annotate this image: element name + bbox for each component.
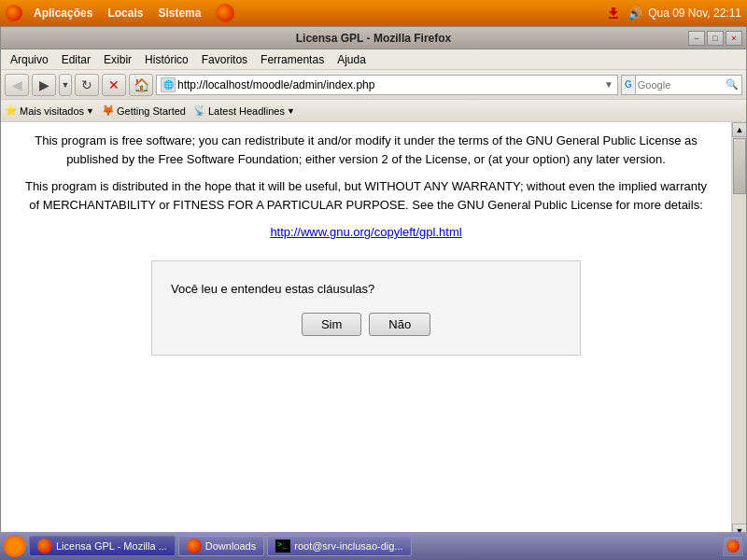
content-inner: This program is free software; you can r… bbox=[1, 122, 731, 384]
gpl-link[interactable]: http://www.gnu.org/copyleft/gpl.html bbox=[270, 225, 461, 239]
bookmark-star-icon: ⭐ bbox=[5, 105, 18, 117]
address-dropdown-button[interactable]: ▼ bbox=[604, 79, 613, 90]
places-menu[interactable]: Locais bbox=[104, 5, 147, 21]
os-topbar-right: 🔊 Qua 09 Nov, 22:11 bbox=[605, 5, 741, 21]
address-bar[interactable]: 🌐 http://localhost/moodle/admin/index.ph… bbox=[156, 75, 618, 95]
bookmark-getting-icon: 🦊 bbox=[102, 105, 115, 117]
os-app-icon bbox=[6, 5, 22, 21]
start-button[interactable] bbox=[4, 535, 26, 557]
address-icon: 🌐 bbox=[161, 77, 176, 92]
speaker-icon: 🔊 bbox=[627, 7, 642, 21]
scrollbar: ▲ ▼ bbox=[731, 122, 746, 539]
menu-historico[interactable]: Histórico bbox=[139, 51, 194, 68]
menu-arquivo[interactable]: Arquivo bbox=[5, 51, 54, 68]
bookmark-rss-icon: 📡 bbox=[193, 105, 206, 117]
search-input[interactable] bbox=[636, 79, 723, 91]
download-icon bbox=[605, 5, 622, 21]
menu-favoritos[interactable]: Favoritos bbox=[196, 51, 253, 68]
search-go-button[interactable]: 🔍 bbox=[723, 78, 741, 91]
no-button[interactable]: Não bbox=[369, 313, 430, 336]
content-area[interactable]: This program is free software; you can r… bbox=[1, 122, 731, 539]
address-text: http://localhost/moodle/admin/index.php bbox=[177, 78, 374, 91]
firefox-tray-icon bbox=[726, 539, 740, 553]
content-wrapper: This program is free software; you can r… bbox=[1, 122, 746, 539]
confirmation-buttons: Sim Não bbox=[171, 313, 561, 336]
menubar: Arquivo Editar Exibir Histórico Favorito… bbox=[1, 49, 746, 70]
taskbar-firefox-label: Licensa GPL - Mozilla ... bbox=[56, 540, 167, 552]
scroll-up-button[interactable]: ▲ bbox=[732, 122, 746, 137]
taskbar: Licensa GPL - Mozilla ... Downloads >_ r… bbox=[0, 532, 747, 560]
bookmark-latest-label: Latest Headlines bbox=[208, 105, 285, 117]
taskbar-firefox-icon bbox=[37, 539, 52, 553]
bookmark-mais-visitados[interactable]: ⭐ Mais visitados ▼ bbox=[5, 105, 94, 117]
taskbar-right bbox=[723, 536, 743, 556]
taskbar-downloads-label: Downloads bbox=[205, 540, 256, 552]
gpl-para2: This program is distributed in the hope … bbox=[20, 177, 712, 214]
forward-dropdown-button[interactable]: ▼ bbox=[59, 74, 72, 96]
navbar: ◀ ▶ ▼ ↻ ✕ 🏠 🌐 http://localhost/moodle/ad… bbox=[1, 70, 746, 100]
window-controls: − □ × bbox=[688, 31, 742, 46]
back-button[interactable]: ◀ bbox=[5, 74, 29, 96]
taskbar-downloads-icon bbox=[187, 539, 202, 553]
forward-button[interactable]: ▶ bbox=[32, 74, 56, 96]
confirmation-question: Você leu e entendeu estas cláusulas? bbox=[171, 280, 561, 299]
taskbar-downloads[interactable]: Downloads bbox=[178, 536, 264, 556]
bookmark-mais-visitados-label: Mais visitados bbox=[20, 105, 84, 117]
bookmark-dropdown-icon[interactable]: ▼ bbox=[86, 106, 94, 116]
bookmark-getting-label: Getting Started bbox=[117, 105, 186, 117]
taskbar-terminal-label: root@srv-inclusao-dig... bbox=[294, 540, 402, 552]
refresh-button[interactable]: ↻ bbox=[75, 74, 99, 96]
scroll-thumb[interactable] bbox=[733, 138, 746, 194]
taskbar-terminal-icon: >_ bbox=[275, 539, 290, 553]
svg-marker-0 bbox=[609, 7, 618, 16]
close-button[interactable]: × bbox=[726, 31, 742, 46]
applications-menu[interactable]: Aplicações bbox=[30, 5, 96, 21]
home-button[interactable]: 🏠 bbox=[129, 74, 153, 96]
menu-ferramentas[interactable]: Ferramentas bbox=[255, 51, 330, 68]
forward-dropdown-group: ▼ bbox=[59, 74, 72, 96]
svg-rect-1 bbox=[609, 17, 618, 19]
firefox-topbar-icon bbox=[216, 4, 234, 22]
taskbar-firefox[interactable]: Licensa GPL - Mozilla ... bbox=[29, 536, 176, 556]
firefox-title: Licensa GPL - Mozilla Firefox bbox=[296, 32, 451, 45]
bookmark-latest-dropdown-icon[interactable]: ▼ bbox=[287, 106, 295, 116]
bookmarks-bar: ⭐ Mais visitados ▼ 🦊 Getting Started 📡 L… bbox=[1, 100, 746, 122]
menu-ajuda[interactable]: Ajuda bbox=[331, 51, 372, 68]
firefox-titlebar: Licensa GPL - Mozilla Firefox − □ × bbox=[1, 27, 746, 49]
minimize-button[interactable]: − bbox=[688, 31, 705, 46]
confirmation-box: Você leu e entendeu estas cláusulas? Sim… bbox=[151, 260, 581, 357]
bookmark-getting-started[interactable]: 🦊 Getting Started bbox=[102, 105, 186, 117]
firefox-window: Licensa GPL - Mozilla Firefox − □ × Arqu… bbox=[0, 26, 747, 558]
system-menu[interactable]: Sistema bbox=[154, 5, 204, 21]
search-bar: G 🔍 bbox=[621, 75, 742, 95]
maximize-button[interactable]: □ bbox=[707, 31, 724, 46]
menu-editar[interactable]: Editar bbox=[56, 51, 96, 68]
taskbar-terminal[interactable]: >_ root@srv-inclusao-dig... bbox=[267, 536, 411, 556]
gpl-para1: This program is free software; you can r… bbox=[20, 132, 712, 168]
scroll-track[interactable] bbox=[732, 137, 746, 524]
taskbar-firefox-right-icon[interactable] bbox=[723, 536, 743, 556]
stop-button[interactable]: ✕ bbox=[102, 74, 126, 96]
yes-button[interactable]: Sim bbox=[302, 313, 361, 336]
clock: Qua 09 Nov, 22:11 bbox=[648, 7, 741, 20]
bookmark-latest-headlines[interactable]: 📡 Latest Headlines ▼ bbox=[193, 105, 295, 117]
os-topbar: Aplicações Locais Sistema 🔊 Qua 09 Nov, … bbox=[0, 0, 747, 26]
menu-exibir[interactable]: Exibir bbox=[98, 51, 137, 68]
search-logo: G bbox=[622, 76, 636, 94]
